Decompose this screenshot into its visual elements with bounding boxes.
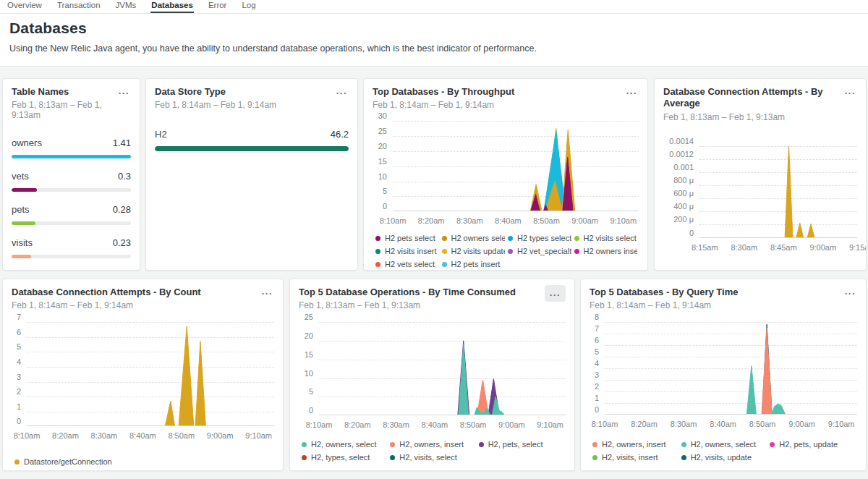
y-axis-label: 1: [590, 394, 599, 402]
legend-dot: [442, 249, 447, 254]
y-axis-label: 6: [12, 328, 21, 336]
y-axis-label: 3: [12, 373, 21, 381]
chart-series-svg: [27, 322, 274, 426]
legend-item[interactable]: Datastore/getConnection: [14, 457, 273, 466]
bar-fill: [12, 188, 37, 192]
card-menu-button[interactable]: ...: [545, 285, 566, 302]
card-menu-button[interactable]: ...: [260, 287, 274, 297]
plot-area: [605, 322, 857, 415]
legend-item[interactable]: H2, types, select: [302, 453, 387, 462]
card-body: 25201510508:10am8:20am8:30am8:40am8:50am…: [299, 322, 566, 462]
bar-track: [12, 188, 131, 192]
card-header: Database Connection Attempts - By Averag…: [663, 86, 857, 122]
bar-track: [155, 146, 349, 151]
y-axis-label: 400 μ: [663, 203, 694, 211]
legend-item[interactable]: H2 pets select: [375, 234, 439, 242]
legend-label: H2 owners insert: [584, 247, 638, 255]
card-body: 0.00140.00120.001800 μ600 μ400 μ200 μ08:…: [663, 146, 857, 271]
legend-item[interactable]: H2 vet_specialti…: [508, 247, 571, 255]
x-axis-label: 9:00am: [207, 432, 234, 440]
card-title: Database Connection Attempts - By Averag…: [663, 86, 843, 110]
legend-dot: [479, 442, 484, 447]
chart-area: 876543210: [590, 322, 857, 415]
card-menu-button[interactable]: ...: [335, 86, 349, 97]
bar-row-text: pets0.28: [12, 204, 131, 215]
x-axis-line: [605, 414, 857, 415]
card-title: Table Names: [12, 86, 117, 98]
area-series: [785, 146, 814, 238]
legend-item[interactable]: H2 visits select: [574, 234, 638, 242]
legend-label: H2 visits select: [584, 234, 637, 242]
legend-item[interactable]: H2, owners, insert: [592, 440, 678, 449]
legend-label: H2 vets select: [385, 260, 435, 268]
legend-item[interactable]: H2, visits, update: [681, 453, 767, 462]
x-axis-label: 8:10am: [592, 420, 618, 428]
bar-row[interactable]: visits0.23: [12, 237, 131, 258]
chart-area: 76543210: [12, 322, 274, 426]
x-axis-label: 8:20am: [52, 432, 79, 440]
tab-transaction[interactable]: Transaction: [56, 0, 101, 13]
y-axis-label: 30: [373, 112, 387, 120]
card-menu-button[interactable]: ...: [117, 86, 131, 97]
legend-item[interactable]: H2, pets, select: [479, 440, 564, 449]
card-time-range: Feb 1, 8:14am – Feb 1, 9:14am: [155, 100, 276, 110]
legend-item[interactable]: H2 types select: [508, 234, 571, 242]
tab-jvms[interactable]: JVMs: [115, 0, 137, 13]
y-axis-label: 10: [373, 173, 387, 181]
legend-item[interactable]: H2, owners, select: [302, 440, 387, 449]
legend-item[interactable]: H2, pets, update: [770, 440, 856, 449]
card-menu-button[interactable]: ...: [843, 86, 857, 97]
y-axis-label: 20: [373, 143, 387, 151]
legend-item[interactable]: H2 owners insert: [574, 247, 638, 255]
y-axis-label: 7: [12, 313, 21, 321]
x-axis-label: 9:00am: [809, 244, 836, 252]
card-top-databases-throughput: Top Databases - By Throughput Feb 1, 8:1…: [363, 78, 648, 271]
card-time-range: Feb 1, 8:13am – Feb 1, 9:13am: [663, 112, 843, 122]
bar-row[interactable]: pets0.28: [12, 204, 131, 225]
card-body: 765432108:10am8:20am8:30am8:40am8:50am9:…: [12, 322, 274, 466]
legend-item[interactable]: H2 pets insert: [442, 260, 506, 268]
bar-fill: [155, 146, 349, 151]
x-axis-labels: 8:10am8:20am8:30am8:40am8:50am9:00am9:10…: [605, 420, 857, 430]
x-axis-label: 8:50am: [460, 421, 487, 429]
chart-area: 2520151050: [299, 322, 566, 415]
legend-label: Datastore/getConnection: [24, 457, 112, 466]
legend-item[interactable]: H2 visits update: [442, 247, 506, 255]
bar-row[interactable]: H246.2: [155, 129, 349, 151]
bar-row[interactable]: vets0.3: [12, 171, 131, 192]
page-title: Databases: [9, 20, 859, 37]
legend-item[interactable]: H2, visits, select: [390, 453, 475, 462]
legend-item[interactable]: H2, visits, insert: [592, 453, 678, 462]
y-axis-label: 0.0012: [663, 151, 694, 158]
legend-dot: [508, 236, 513, 241]
card-menu-button[interactable]: ...: [843, 287, 857, 297]
bar-row[interactable]: owners1.41: [12, 137, 131, 158]
tab-log[interactable]: Log: [241, 0, 256, 13]
card-body: H246.2: [155, 129, 349, 151]
legend-dot: [508, 249, 513, 254]
card-body: 8765432108:10am8:20am8:30am8:40am8:50am9…: [590, 322, 857, 462]
legend-item[interactable]: H2, owners, insert: [390, 440, 475, 449]
legend-item[interactable]: H2 vets select: [375, 260, 439, 268]
card-title: Top 5 Database Operations - By Time Cons…: [299, 287, 516, 298]
legend-item[interactable]: H2 visits insert: [375, 247, 439, 255]
bar-value: 0.23: [113, 237, 131, 248]
card-header: Top 5 Databases - By Query Time Feb 1, 8…: [590, 287, 857, 310]
tab-error[interactable]: Error: [208, 0, 228, 13]
bar-label: vets: [12, 171, 29, 182]
legend: Datastore/getConnection: [666, 269, 857, 271]
bar-fill: [12, 255, 31, 258]
legend-dot: [390, 455, 395, 460]
x-axis-label: 9:00am: [788, 420, 815, 428]
legend-dot: [375, 262, 380, 267]
tab-overview[interactable]: Overview: [7, 0, 43, 13]
card-menu-button[interactable]: ...: [625, 86, 639, 97]
legend-label: H2 vet_specialti…: [517, 247, 571, 255]
card-title: Database Connection Attempts - By Count: [12, 287, 201, 298]
legend-item[interactable]: H2, owners, select: [681, 440, 767, 449]
dashboard-page: Overview Transaction JVMs Databases Erro…: [0, 0, 868, 479]
legend-item[interactable]: Datastore/getConnection: [666, 269, 856, 271]
legend-item[interactable]: H2 owners select: [442, 234, 506, 242]
tab-databases[interactable]: Databases: [150, 0, 194, 13]
y-axis-label: 25: [299, 313, 313, 321]
